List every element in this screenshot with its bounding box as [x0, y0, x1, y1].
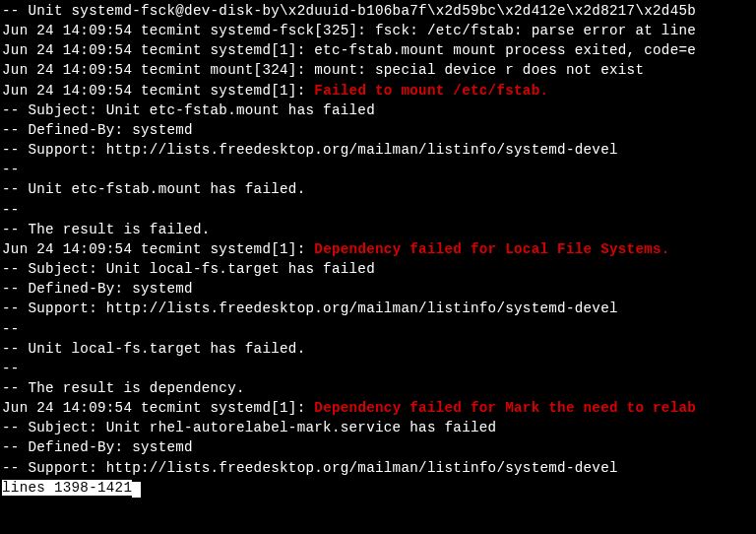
log-text: -- Subject: Unit local-fs.target has fai…	[2, 261, 375, 277]
log-line: -- Subject: Unit etc-fstab.mount has fai…	[2, 100, 756, 120]
log-error-text: Dependency failed for Local File Systems…	[314, 241, 669, 257]
log-text: Jun 24 14:09:54 tecmint mount[324]: moun…	[2, 62, 644, 78]
pager-status-line[interactable]: lines 1398-1421	[2, 478, 756, 498]
log-line: -- Subject: Unit local-fs.target has fai…	[2, 259, 756, 279]
log-line: --	[2, 160, 756, 179]
log-line: -- Defined-By: systemd	[2, 120, 756, 140]
log-text: -- Defined-By: systemd	[2, 281, 193, 297]
log-line: -- Support: http://lists.freedesktop.org…	[2, 140, 756, 160]
log-text: -- The result is dependency.	[2, 380, 245, 396]
log-line: -- Support: http://lists.freedesktop.org…	[2, 299, 756, 318]
log-line: Jun 24 14:09:54 tecmint systemd[1]: Fail…	[2, 81, 756, 100]
log-line: -- Unit systemd-fsck@dev-disk-by\x2duuid…	[2, 1, 756, 21]
log-line: -- Subject: Unit rhel-autorelabel-mark.s…	[2, 418, 756, 437]
log-text: -- Support: http://lists.freedesktop.org…	[2, 300, 618, 316]
log-text: Jun 24 14:09:54 tecmint systemd[1]:	[2, 241, 314, 257]
log-text: Jun 24 14:09:54 tecmint systemd[1]:	[2, 83, 314, 99]
log-line: -- The result is failed.	[2, 220, 756, 239]
terminal-output: -- Unit systemd-fsck@dev-disk-by\x2duuid…	[2, 1, 756, 478]
log-line: Jun 24 14:09:54 tecmint mount[324]: moun…	[2, 60, 756, 80]
log-text: -- The result is failed.	[2, 222, 211, 237]
log-line: -- Unit etc-fstab.mount has failed.	[2, 179, 756, 199]
log-line: Jun 24 14:09:54 tecmint systemd[1]: etc-…	[2, 40, 756, 60]
log-text: --	[2, 202, 20, 218]
log-text: Jun 24 14:09:54 tecmint systemd[1]: etc-…	[2, 42, 696, 58]
log-line: Jun 24 14:09:54 tecmint systemd-fsck[325…	[2, 21, 756, 40]
log-error-text: Dependency failed for Mark the need to r…	[314, 400, 696, 416]
log-line: --	[2, 200, 756, 220]
log-line: Jun 24 14:09:54 tecmint systemd[1]: Depe…	[2, 398, 756, 418]
log-text: -- Unit etc-fstab.mount has failed.	[2, 181, 306, 197]
cursor	[132, 482, 141, 498]
log-line: -- The result is dependency.	[2, 378, 756, 398]
log-line: -- Defined-By: systemd	[2, 437, 756, 457]
log-error-text: Failed to mount /etc/fstab.	[314, 83, 548, 99]
log-text: -- Defined-By: systemd	[2, 439, 193, 455]
log-line: --	[2, 359, 756, 378]
log-text: -- Defined-By: systemd	[2, 122, 193, 138]
log-text: -- Unit systemd-fsck@dev-disk-by\x2duuid…	[2, 3, 696, 19]
log-text: --	[2, 162, 20, 177]
log-text: Jun 24 14:09:54 tecmint systemd[1]:	[2, 400, 314, 416]
log-line: -- Support: http://lists.freedesktop.org…	[2, 458, 756, 478]
log-text: Jun 24 14:09:54 tecmint systemd-fsck[325…	[2, 23, 696, 38]
log-text: -- Support: http://lists.freedesktop.org…	[2, 460, 618, 476]
log-line: --	[2, 319, 756, 339]
log-text: --	[2, 361, 20, 376]
pager-position: lines 1398-1421	[2, 480, 132, 496]
log-line: Jun 24 14:09:54 tecmint systemd[1]: Depe…	[2, 239, 756, 259]
log-text: -- Unit local-fs.target has failed.	[2, 341, 306, 357]
log-text: -- Subject: Unit etc-fstab.mount has fai…	[2, 102, 375, 118]
log-line: -- Unit local-fs.target has failed.	[2, 339, 756, 359]
log-text: -- Subject: Unit rhel-autorelabel-mark.s…	[2, 420, 496, 435]
log-text: --	[2, 321, 20, 337]
log-line: -- Defined-By: systemd	[2, 279, 756, 299]
log-text: -- Support: http://lists.freedesktop.org…	[2, 142, 618, 158]
